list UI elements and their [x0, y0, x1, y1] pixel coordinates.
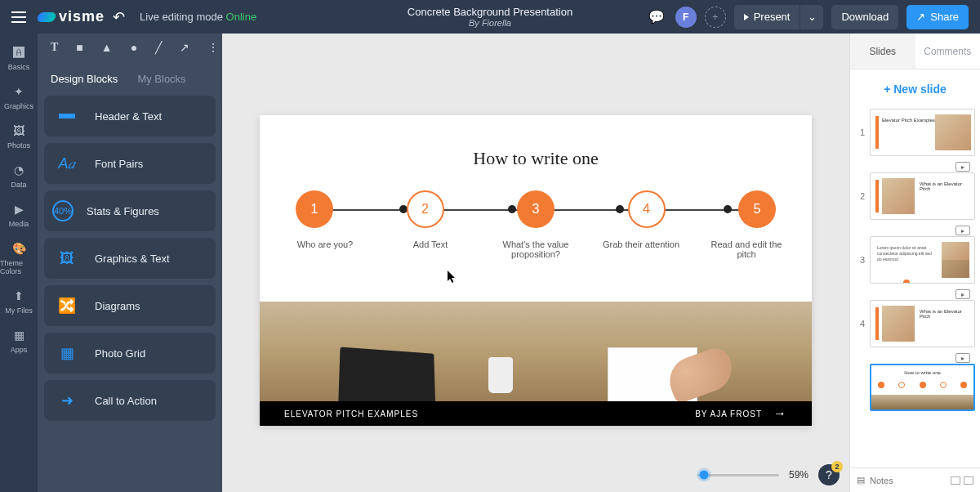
more-shapes-icon[interactable]: ⋮ — [207, 41, 219, 54]
graphics-icon: ✦ — [11, 84, 26, 99]
connector-dot — [508, 205, 516, 213]
share-button[interactable]: ↗ Share — [906, 5, 969, 29]
document-title: Concrete Background Presentation — [408, 6, 572, 18]
category-call-to-action[interactable]: ➜ Call to Action — [44, 380, 216, 421]
rail-my-files[interactable]: ⬆ My Files — [0, 282, 38, 321]
thumb-number: 5 — [855, 382, 865, 392]
workspace: 🅰 Basics ✦ Graphics 🖼 Photos ◔ Data ▶ Me… — [0, 34, 980, 492]
topbar-actions: 💬 F + Present ⌄ Download ↗ Share — [646, 5, 980, 29]
slide-title[interactable]: How to write one — [260, 148, 812, 169]
apps-icon: ▦ — [11, 328, 26, 342]
present-button[interactable]: Present — [734, 5, 800, 29]
category-font-pairs[interactable]: A𝑎 Font Pairs — [44, 143, 216, 184]
rail-basics[interactable]: 🅰 Basics — [0, 38, 38, 78]
thumb-number: 1 — [855, 127, 865, 137]
rail-apps[interactable]: ▦ Apps — [0, 321, 38, 360]
step-1[interactable]: 1 — [296, 190, 333, 228]
thumbnail-4[interactable]: What is an Elevator Pitch — [870, 300, 975, 347]
step-2[interactable]: 2 — [407, 190, 444, 228]
connector-dot — [616, 205, 624, 213]
cta-icon: ➜ — [52, 388, 82, 413]
step-label[interactable]: Read and edit the pitch — [704, 239, 789, 259]
hamburger-icon — [11, 11, 26, 23]
category-stats-figures[interactable]: 40% Stats & Figures — [44, 190, 216, 231]
thumbnail-3[interactable]: Lorem ipsum dolor sit amet consectetur a… — [870, 236, 975, 284]
tab-design-blocks[interactable]: Design Blocks — [51, 73, 118, 85]
line-tool[interactable]: ╱ — [155, 41, 162, 54]
files-icon: ⬆ — [11, 288, 26, 303]
slide-thumbnails[interactable]: 1 Elevator Pitch Examples ▸ 2 What is an… — [850, 109, 980, 467]
add-collaborator-icon[interactable]: + — [705, 7, 726, 28]
topbar: visme ↶ Live editing mode Online Concret… — [0, 0, 980, 34]
notes-icon[interactable]: ▤ — [857, 475, 865, 485]
circle-tool[interactable]: ● — [131, 41, 137, 54]
thumbnail-1[interactable]: Elevator Pitch Examples — [870, 109, 975, 156]
step-3[interactable]: 3 — [517, 190, 555, 228]
play-icon — [744, 14, 749, 20]
photos-icon: 🖼 — [11, 123, 26, 138]
rail-photos[interactable]: 🖼 Photos — [0, 117, 38, 156]
cup-graphic — [488, 357, 513, 393]
triangle-tool[interactable]: ▲ — [101, 41, 113, 54]
stats-icon: 40% — [52, 200, 74, 221]
rail-graphics[interactable]: ✦ Graphics — [0, 78, 38, 117]
basics-icon: 🅰 — [11, 45, 26, 60]
step-label[interactable]: Add Text — [388, 239, 473, 259]
media-icon: ▶ — [11, 202, 26, 217]
category-header-text[interactable]: Header & Text — [44, 96, 216, 136]
square-tool[interactable]: ■ — [76, 41, 82, 54]
view-mode-icons[interactable] — [951, 476, 973, 485]
step-label[interactable]: What's the value proposition? — [493, 239, 578, 259]
step-4[interactable]: 4 — [628, 190, 666, 228]
download-button[interactable]: Download — [831, 5, 898, 29]
rail-media[interactable]: ▶ Media — [0, 195, 38, 235]
slide[interactable]: How to write one 1 2 3 4 5 Who are you? … — [260, 115, 812, 426]
font-pairs-icon: A𝑎 — [52, 151, 82, 176]
tab-comments[interactable]: Comments — [915, 34, 981, 69]
header-text-icon — [52, 104, 82, 128]
present-dropdown[interactable]: ⌄ — [800, 5, 823, 29]
transition-icon[interactable]: ▸ — [956, 353, 970, 363]
step-label[interactable]: Who are you? — [283, 239, 368, 259]
share-icon: ↗ — [916, 11, 925, 23]
category-graphics-text[interactable]: 🖼 Graphics & Text — [44, 238, 216, 279]
step-5[interactable]: 5 — [738, 190, 776, 228]
canvas-area[interactable]: How to write one 1 2 3 4 5 Who are you? … — [222, 34, 849, 492]
data-icon: ◔ — [11, 163, 26, 177]
new-slide-button[interactable]: + New slide — [850, 69, 980, 109]
undo-icon[interactable]: ↶ — [113, 8, 125, 26]
chevron-down-icon: ⌄ — [808, 11, 817, 23]
connector-dot — [724, 205, 732, 213]
tab-my-blocks[interactable]: My Blocks — [137, 73, 185, 85]
category-photo-grid[interactable]: ▦ Photo Grid — [44, 333, 216, 373]
thumbnail-2[interactable]: What is an Elevator Pitch — [870, 172, 975, 220]
category-diagrams[interactable]: 🔀 Diagrams — [44, 285, 216, 326]
tab-slides[interactable]: Slides — [850, 34, 915, 69]
zoom-thumb[interactable] — [699, 471, 708, 480]
text-tool[interactable]: T — [51, 41, 58, 54]
document-byline: By Fiorella — [408, 18, 572, 28]
footer-right: BY AJA FROST — [695, 409, 762, 418]
transition-icon[interactable]: ▸ — [956, 162, 970, 172]
transition-icon[interactable]: ▸ — [956, 289, 970, 299]
transition-icon[interactable]: ▸ — [956, 226, 970, 235]
right-panel-bottom-bar: ▤ Notes — [850, 467, 980, 492]
thumbnail-5[interactable]: How to write one — [870, 364, 975, 411]
rail-data[interactable]: ◔ Data — [0, 156, 38, 195]
help-button[interactable]: ? 2 — [818, 464, 840, 485]
logo-mark-icon — [36, 12, 56, 22]
document-title-block[interactable]: Concrete Background Presentation By Fior… — [408, 6, 572, 28]
slide-image[interactable]: ELEVATOR PITCH EXAMPLES BY AJA FROST → — [260, 302, 812, 426]
notes-label[interactable]: Notes — [870, 476, 893, 485]
brand-label: visme — [59, 8, 105, 25]
graphics-text-icon: 🖼 — [52, 246, 82, 271]
avatar[interactable]: F — [675, 7, 697, 28]
thumb-number: 3 — [855, 255, 865, 265]
zoom-slider[interactable] — [697, 474, 779, 476]
rail-theme-colors[interactable]: 🎨 Theme Colors — [0, 235, 38, 282]
brand-logo[interactable]: visme — [38, 8, 105, 25]
menu-hamburger[interactable] — [0, 0, 38, 34]
arrow-tool[interactable]: ↗ — [180, 41, 189, 54]
step-label[interactable]: Grab their attention — [599, 239, 684, 259]
comment-icon[interactable]: 💬 — [646, 7, 667, 28]
